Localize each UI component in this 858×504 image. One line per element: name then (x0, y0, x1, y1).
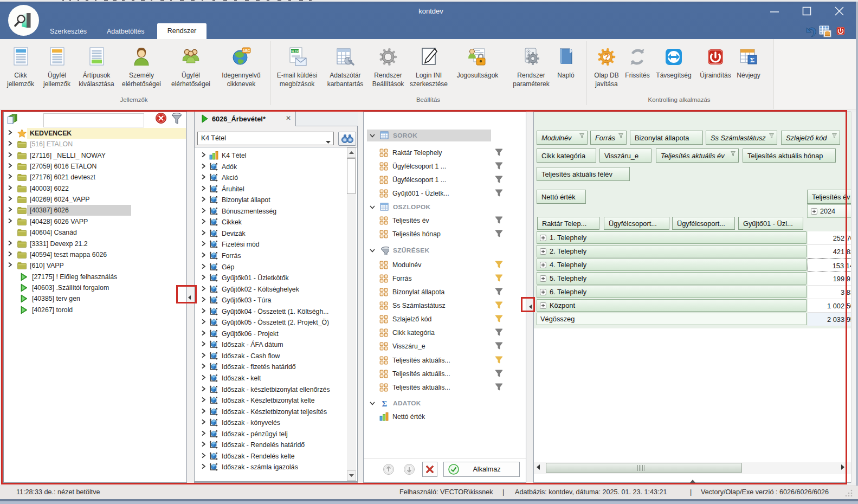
svg-text:XLSX: XLSX (291, 50, 299, 53)
svg-text:?: ? (604, 53, 609, 62)
svg-text:Σ: Σ (750, 56, 755, 64)
svg-text:ABC: ABC (242, 49, 250, 53)
